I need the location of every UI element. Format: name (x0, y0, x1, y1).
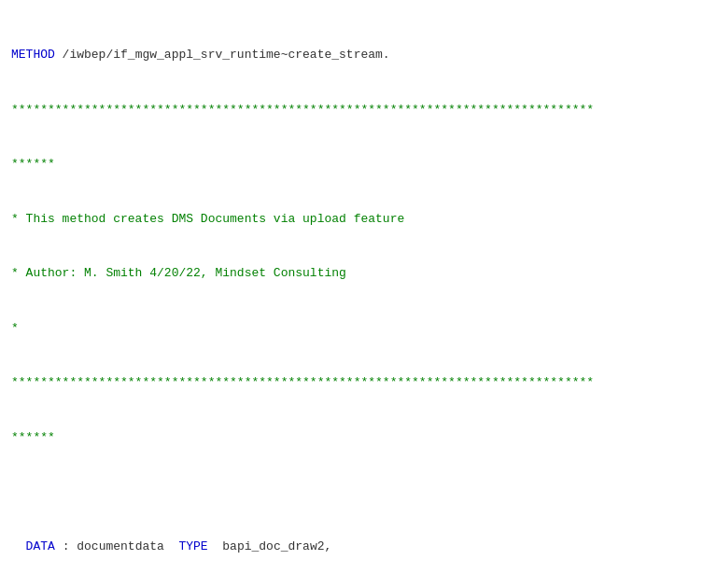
comment-text-3: * (11, 321, 19, 335)
comment-2: * Author: M. Smith 4/20/22, Mindset Cons… (11, 264, 706, 283)
method-declaration: METHOD /iwbep/if_mgw_appl_srv_runtime~cr… (11, 46, 706, 64)
comment-text-1: * This method creates DMS Documents via … (11, 212, 404, 226)
comment-text-2: * Author: M. Smith 4/20/22, Mindset Cons… (11, 266, 346, 280)
method-keyword: METHOD (11, 48, 55, 62)
separator-2: ****** (11, 155, 706, 174)
separator-comment-4: ****** (11, 430, 55, 444)
data-keyword: DATA (26, 539, 55, 553)
method-name: /iwbep/if_mgw_appl_srv_runtime~create_st… (55, 48, 390, 62)
separator-3: ****************************************… (11, 373, 706, 392)
separator-comment-2: ****** (11, 157, 55, 171)
separator-1: ****************************************… (11, 101, 706, 119)
comment-3: * (11, 319, 706, 338)
code-block: METHOD /iwbep/if_mgw_appl_srv_runtime~cr… (0, 0, 717, 588)
separator-4: ****** (11, 428, 706, 447)
separator-comment-3: ****************************************… (11, 375, 594, 389)
blank-1 (11, 483, 706, 501)
type-keyword-1: TYPE (178, 539, 207, 553)
data-documentdata: DATA : documentdata TYPE bapi_doc_draw2, (11, 538, 706, 556)
comment-1: * This method creates DMS Documents via … (11, 210, 706, 229)
separator-comment-1: ****************************************… (11, 103, 594, 117)
